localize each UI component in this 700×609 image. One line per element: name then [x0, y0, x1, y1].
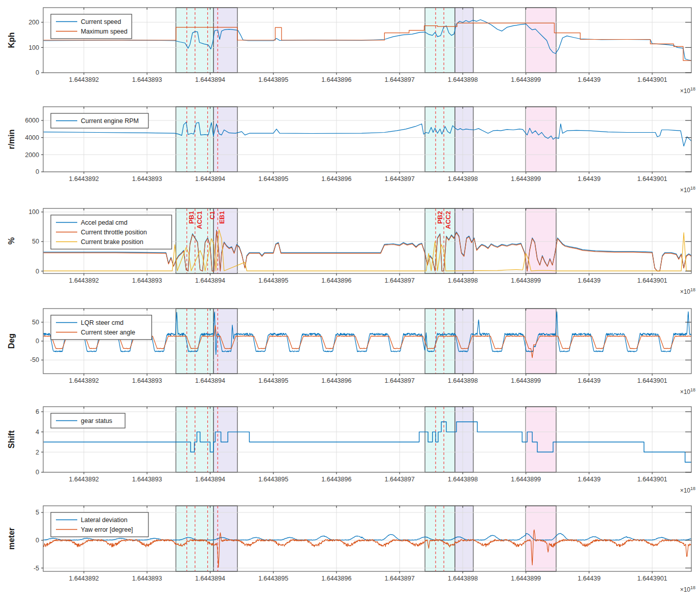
x-tick-label: 1.6443894	[195, 377, 225, 384]
series-gear-status	[44, 422, 692, 462]
axes-box	[43, 407, 691, 472]
x-tick-label: 1.6443893	[132, 377, 162, 384]
x-tick-label: 1.6443898	[448, 476, 478, 483]
axis-multiplier: ×1018	[680, 186, 695, 194]
x-tick-label: 1.6443895	[258, 76, 288, 83]
x-tick-label: 1.6443897	[385, 575, 415, 582]
x-tick-label: 1.64439	[577, 575, 600, 582]
legend-label: Current steer angle	[81, 329, 135, 336]
highlight-band-4	[526, 506, 556, 571]
x-tick-label: 1.6443899	[511, 175, 541, 182]
event-label-PB2: PB2	[436, 211, 444, 224]
subplot-gear: 1.64438921.64438931.64438941.64438951.64…	[7, 407, 695, 494]
x-tick-label: 1.6443898	[448, 377, 478, 384]
axis-multiplier: ×1018	[680, 287, 695, 295]
x-tick-label: 1.6443895	[258, 476, 288, 483]
x-tick-label: 1.6443901	[637, 377, 667, 384]
x-tick-label: 1.6443898	[448, 575, 478, 582]
x-tick-label: 1.6443896	[321, 277, 351, 284]
y-axis-label: r/min	[7, 129, 16, 149]
y-tick-label: 4000	[25, 134, 39, 141]
event-label-ACC2: ACC2	[444, 211, 452, 229]
y-tick-label: -50	[30, 356, 39, 363]
x-tick-label: 1.6443899	[511, 476, 541, 483]
legend-label: Current engine RPM	[81, 117, 139, 125]
x-tick-label: 1.6443897	[385, 76, 415, 83]
x-tick-label: 1.6443895	[258, 175, 288, 182]
plots-canvas: 1.64438921.64438931.64438941.64438951.64…	[0, 0, 700, 609]
y-tick-label: 100	[28, 208, 39, 216]
legend-label: Maximum speed	[81, 28, 128, 35]
highlight-band-4	[526, 8, 556, 73]
axis-multiplier: ×1018	[680, 86, 695, 95]
series-group	[44, 20, 692, 60]
legend-label: Yaw error [degree]	[81, 526, 133, 533]
legend-label: LQR steer cmd	[81, 319, 124, 326]
highlight-band-2	[425, 8, 455, 73]
y-tick-label: 6000	[25, 117, 39, 124]
x-tick-label: 1.6443901	[637, 76, 667, 83]
y-tick-label: 0	[36, 537, 39, 544]
event-label-C1: C1	[208, 211, 216, 220]
x-tick-label: 1.6443896	[321, 175, 351, 182]
highlight-band-1	[214, 107, 237, 172]
y-tick-label: 5	[36, 509, 39, 516]
x-tick-label: 1.6443894	[195, 175, 225, 182]
x-tick-label: 1.6443897	[385, 175, 415, 182]
x-tick-label: 1.6443895	[258, 377, 288, 384]
highlight-band-3	[455, 8, 473, 73]
legend: LQR steer cmdCurrent steer angle	[51, 315, 151, 340]
legend-label: gear status	[81, 417, 112, 424]
x-tick-label: 1.6443894	[195, 575, 225, 582]
x-tick-label: 1.6443899	[511, 277, 541, 284]
x-tick-label: 1.6443898	[448, 76, 478, 83]
subplot-speed: 1.64438921.64438931.64438941.64438951.64…	[7, 8, 695, 95]
telemetry-figure: 1.64438921.64438931.64438941.64438951.64…	[0, 0, 700, 609]
x-tick-label: 1.6443897	[385, 476, 415, 483]
y-tick-label: 100	[28, 44, 39, 51]
x-tick-label: 1.64439	[577, 76, 600, 83]
y-tick-label: 0	[36, 268, 39, 275]
y-axis-label: Deg	[7, 333, 16, 349]
x-tick-label: 1.6443893	[132, 575, 162, 582]
highlight-band-1	[214, 407, 237, 472]
x-tick-label: 1.6443901	[637, 277, 667, 284]
y-tick-label: 0	[36, 469, 39, 476]
event-label-ACC1: ACC1	[196, 211, 203, 229]
x-tick-label: 1.64439	[577, 175, 600, 182]
x-tick-label: 1.6443896	[321, 76, 351, 83]
x-tick-label: 1.6443895	[258, 277, 288, 284]
y-axis-label: Shift	[7, 430, 16, 448]
x-tick-label: 1.6443892	[69, 277, 99, 284]
x-tick-label: 1.6443898	[448, 175, 478, 182]
axis-multiplier: ×1018	[680, 387, 695, 395]
x-tick-label: 1.64439	[577, 277, 600, 284]
y-tick-label: 0	[36, 338, 39, 345]
x-tick-label: 1.6443896	[321, 575, 351, 582]
x-tick-label: 1.6443892	[69, 175, 99, 182]
x-tick-label: 1.6443899	[511, 76, 541, 83]
event-label-PB1: PB1	[188, 211, 195, 224]
subplot-deviation: 1.64438921.64438931.64438941.64438951.64…	[7, 506, 695, 593]
x-tick-label: 1.6443896	[321, 377, 351, 384]
y-tick-label: 2000	[25, 151, 39, 159]
subplot-pedal: PB1ACC1C1EB1PB2ACC21.64438921.64438931.6…	[7, 208, 695, 295]
subplot-steer: 1.64438921.64438931.64438941.64438951.64…	[7, 309, 695, 395]
highlight-band-1	[214, 8, 237, 73]
x-tick-label: 1.6443892	[69, 476, 99, 483]
legend-label: Current speed	[81, 18, 121, 25]
x-tick-label: 1.6443899	[511, 575, 541, 582]
x-tick-label: 1.6443893	[132, 277, 162, 284]
x-tick-label: 1.6443893	[132, 76, 162, 83]
x-tick-label: 1.6443892	[69, 575, 99, 582]
y-tick-label: 50	[32, 319, 39, 326]
y-tick-label: 6	[36, 408, 39, 415]
axis-multiplier: ×1018	[680, 585, 695, 593]
x-tick-label: 1.6443894	[195, 277, 225, 284]
y-tick-label: 50	[32, 238, 39, 245]
highlight-band-2	[425, 107, 455, 172]
x-tick-label: 1.6443893	[132, 476, 162, 483]
y-tick-label: 2	[36, 449, 39, 456]
event-label-EB1: EB1	[218, 211, 226, 224]
legend: gear status	[51, 413, 125, 428]
